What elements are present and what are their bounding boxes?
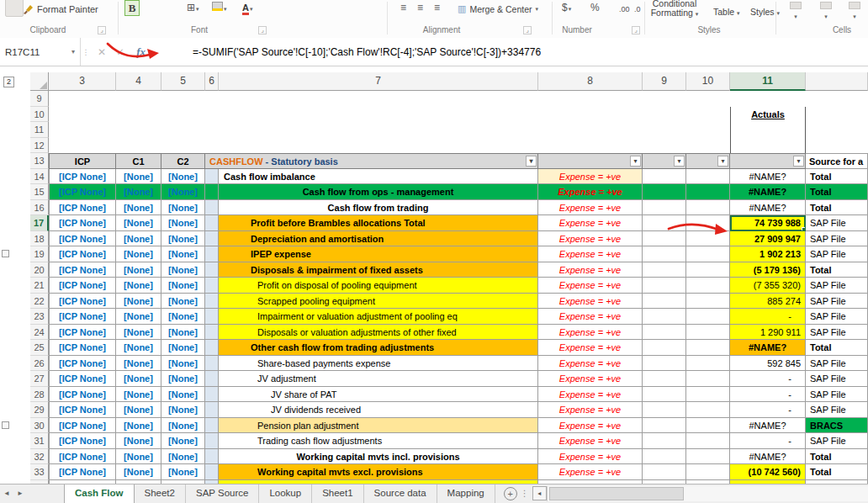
filter-header-col8[interactable]: ▾ xyxy=(538,153,643,169)
align-center-icon[interactable]: ≡ xyxy=(417,2,423,13)
sheet-tab-sheet1[interactable]: Sheet1 xyxy=(312,484,363,503)
column-header-5[interactable]: 5 xyxy=(161,72,205,91)
tab-scroll-right-icon[interactable]: ► xyxy=(13,484,27,503)
row-header-31[interactable]: 31 xyxy=(30,433,49,449)
cell-value-row25[interactable]: #NAME? xyxy=(730,340,806,356)
cell-indent-band-row16[interactable] xyxy=(205,200,219,216)
cell-empty-row27[interactable] xyxy=(643,371,686,387)
column-header-7[interactable]: 7 xyxy=(219,72,538,91)
font-dialog-launcher-icon[interactable]: ⌟ xyxy=(258,26,267,34)
cell-description-row27[interactable]: JV adjustment xyxy=(219,371,538,387)
cell-c1-row33[interactable]: [None] xyxy=(116,464,161,480)
cell-c2-row30[interactable]: [None] xyxy=(161,418,205,434)
cell-col12-row10[interactable] xyxy=(806,107,868,123)
cell-icp-row19[interactable]: [ICP None] xyxy=(49,246,116,262)
cell-empty-row25[interactable] xyxy=(686,340,730,356)
cell-source-row20[interactable]: Total xyxy=(806,262,868,278)
cell-c1-row14[interactable]: [None] xyxy=(116,169,161,185)
cell-indent-band-row32[interactable] xyxy=(205,449,219,465)
cell-description-row18[interactable]: Depreciation and amortisation xyxy=(219,231,538,247)
cell-expense-row23[interactable]: Expense = +ve xyxy=(538,309,643,325)
cell-value-row28[interactable]: - xyxy=(730,387,806,403)
cell-c2-row18[interactable]: [None] xyxy=(161,231,205,247)
cell-empty-row32[interactable] xyxy=(643,449,686,465)
cell-icp-row23[interactable]: [ICP None] xyxy=(49,309,116,325)
cell-icp-row18[interactable]: [ICP None] xyxy=(49,231,116,247)
cell-col11-row11[interactable] xyxy=(730,122,806,138)
row-header-16[interactable]: 16 xyxy=(30,200,49,216)
cell-empty-row30[interactable] xyxy=(643,418,686,434)
row-header-20[interactable]: 20 xyxy=(30,262,49,278)
cell-empty-row28[interactable] xyxy=(686,387,730,403)
cell-c2-row17[interactable]: [None] xyxy=(161,215,205,231)
cell-description-row15[interactable]: Cash flow from ops - management xyxy=(219,184,538,200)
cell-icp-row31[interactable]: [ICP None] xyxy=(49,433,116,449)
column-header-11[interactable]: 11 xyxy=(730,72,806,91)
row-header-19[interactable]: 19 xyxy=(30,246,49,262)
cell-col11-row9[interactable] xyxy=(730,91,806,107)
cell-indent-band-row21[interactable] xyxy=(205,278,219,294)
cell-col11-row12[interactable] xyxy=(730,138,806,154)
cell-empty-row33[interactable] xyxy=(686,464,730,480)
alignment-dialog-launcher-icon[interactable]: ⌟ xyxy=(523,26,532,34)
borders-icon[interactable]: ⊞▾ xyxy=(187,2,199,13)
cell-empty-row17[interactable] xyxy=(643,215,686,231)
cell-empty-row20[interactable] xyxy=(643,262,686,278)
outline-level-button[interactable]: 2 xyxy=(3,77,14,87)
cell-c1-row18[interactable]: [None] xyxy=(116,231,161,247)
cell-value-row20[interactable]: (5 179 136) xyxy=(730,262,806,278)
row-header-24[interactable]: 24 xyxy=(30,325,49,341)
number-dialog-launcher-icon[interactable]: ⌟ xyxy=(632,26,640,34)
cell-c2-row27[interactable]: [None] xyxy=(161,371,205,387)
format-cells-button[interactable]: ▾ xyxy=(844,2,865,20)
row-header-12[interactable]: 12 xyxy=(30,138,49,154)
cell-col12-row11[interactable] xyxy=(806,122,868,138)
cell-expense-row24[interactable]: Expense = +ve xyxy=(538,325,643,341)
cell-empty-row16[interactable] xyxy=(686,200,730,216)
cell-expense-row16[interactable]: Expense = +ve xyxy=(538,200,643,216)
cell-c1-row15[interactable]: [None] xyxy=(116,184,161,200)
cell-source-row32[interactable]: Total xyxy=(806,449,868,465)
cell-empty-row24[interactable] xyxy=(643,325,686,341)
sheet-tab-mapping[interactable]: Mapping xyxy=(437,484,495,503)
cell-source-row23[interactable]: SAP File xyxy=(806,309,868,325)
cell-empty-row19[interactable] xyxy=(643,246,686,262)
cell-c2-row33[interactable]: [None] xyxy=(161,464,205,480)
outline-collapse-button[interactable] xyxy=(2,421,9,429)
cell-empty-row31[interactable] xyxy=(643,433,686,449)
cell-value-row16[interactable]: #NAME? xyxy=(730,200,806,216)
cell-source-row21[interactable]: SAP File xyxy=(806,278,868,294)
cell-c1-row25[interactable]: [None] xyxy=(116,340,161,356)
cell-expense-row19[interactable]: Expense = +ve xyxy=(538,246,643,262)
sheet-tab-sheet2[interactable]: Sheet2 xyxy=(135,484,186,503)
name-box-caret-icon[interactable]: ▾ xyxy=(71,48,80,56)
cell-indent-band-row23[interactable] xyxy=(205,309,219,325)
cell-c1-row16[interactable]: [None] xyxy=(116,200,161,216)
filter-header-col10[interactable]: ▾ xyxy=(686,153,730,169)
cell-expense-row29[interactable]: Expense = +ve xyxy=(538,402,643,418)
cell-empty-row18[interactable] xyxy=(686,231,730,247)
cell-indent-band-row24[interactable] xyxy=(205,325,219,341)
cell-indent-band-row29[interactable] xyxy=(205,402,219,418)
cell-source-row29[interactable]: SAP File xyxy=(806,402,868,418)
cell-indent-band-row26[interactable] xyxy=(205,356,219,372)
cell-description-row28[interactable]: JV share of PAT xyxy=(219,387,538,403)
cell-empty-row25[interactable] xyxy=(643,340,686,356)
cell-expense-row30[interactable]: Expense = +ve xyxy=(538,418,643,434)
cell-empty-row31[interactable] xyxy=(686,433,730,449)
cell-expense-row20[interactable]: Expense = +ve xyxy=(538,262,643,278)
cell-empty-row15[interactable] xyxy=(643,184,686,200)
cell-icp-row15[interactable]: [ICP None] xyxy=(49,184,116,200)
cell-value-row14[interactable]: #NAME? xyxy=(730,169,806,185)
align-right-icon[interactable]: ≡ xyxy=(434,2,440,13)
cell-source-row22[interactable]: SAP File xyxy=(806,294,868,310)
cell-expense-row33[interactable]: Expense = +ve xyxy=(538,464,643,480)
cell-indent-band-row20[interactable] xyxy=(205,262,219,278)
cell-source-row28[interactable]: SAP File xyxy=(806,387,868,403)
cell-source-row18[interactable]: SAP File xyxy=(806,231,868,247)
cell-description-row29[interactable]: JV dividends received xyxy=(219,402,538,418)
cell-description-row19[interactable]: IPEP expense xyxy=(219,246,538,262)
cell-c2-row16[interactable]: [None] xyxy=(161,200,205,216)
cell-value-row24[interactable]: 1 290 911 xyxy=(730,325,806,341)
cell-c1-row30[interactable]: [None] xyxy=(116,418,161,434)
